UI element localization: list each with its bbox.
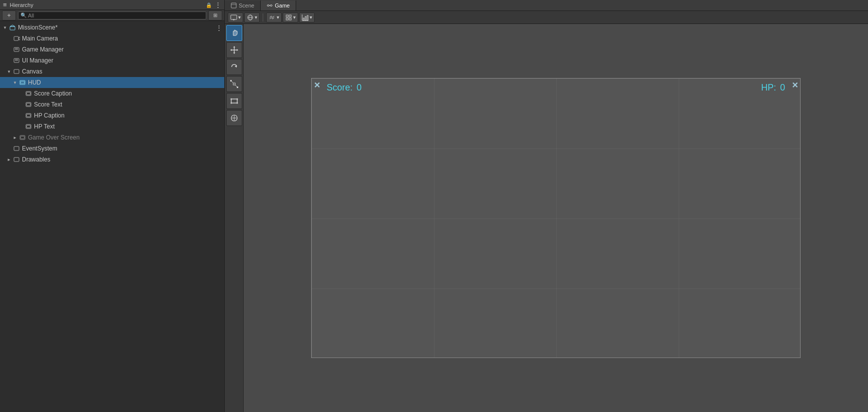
svg-marker-50	[237, 49, 238, 51]
viewport-area: ✕ ✕ Score: 0 HP: 0	[225, 24, 868, 412]
hierarchy-item-hud[interactable]: HUD	[0, 77, 224, 88]
scene-tab-label: Scene	[239, 2, 254, 8]
svg-point-27	[267, 5, 269, 6]
combined-tool-icon	[230, 114, 239, 122]
hierarchy-item-score-text[interactable]: Score Text	[0, 99, 224, 110]
svg-rect-39	[289, 18, 291, 20]
scale-tool-icon	[230, 80, 239, 88]
move-tool-icon	[230, 46, 239, 54]
svg-point-59	[236, 98, 238, 100]
stats-icon	[302, 14, 309, 21]
add-button[interactable]: +	[2, 10, 16, 20]
hierarchy-item-drawables[interactable]: Drawables	[0, 154, 224, 165]
event-system-label: EventSystem	[22, 145, 57, 152]
combined-tool-btn[interactable]	[226, 110, 242, 126]
layout-icon	[285, 14, 292, 21]
aspect-icon	[247, 14, 254, 21]
game-over-label: Game Over Screen	[28, 134, 79, 141]
scale-tool-btn[interactable]	[226, 76, 242, 92]
rotate-tool-btn[interactable]	[226, 59, 242, 75]
hierarchy-item-hp-text[interactable]: HP Text	[0, 121, 224, 132]
score-text-icon	[25, 101, 32, 108]
svg-rect-44	[307, 16, 308, 20]
filter-button[interactable]: ⊞	[208, 10, 222, 20]
scene-options-icon[interactable]	[216, 24, 222, 32]
hierarchy-item-game-over-screen[interactable]: Game Over Screen	[0, 132, 224, 143]
ui-manager-label: UI Manager	[22, 57, 53, 64]
rect-tool-icon	[230, 96, 239, 106]
svg-rect-24	[14, 158, 19, 162]
aspect-btn[interactable]: ▾	[244, 12, 260, 22]
toolbar-sep-1	[263, 14, 263, 22]
score-label: Score:	[327, 82, 353, 93]
hierarchy-header-icons	[206, 1, 221, 8]
search-placeholder: All	[28, 12, 34, 18]
hud-label: HUD	[28, 79, 41, 86]
hierarchy-item-game-manager[interactable]: Game Manager	[0, 44, 224, 55]
svg-point-58	[230, 98, 232, 100]
scene-expand-arrow[interactable]	[2, 24, 8, 30]
hierarchy-options-icon[interactable]	[215, 1, 221, 8]
hud-expand[interactable]	[12, 80, 18, 86]
hand-tool-btn[interactable]	[226, 25, 242, 41]
hud-score-display: Score: 0	[327, 82, 362, 93]
search-box[interactable]: 🔍 All	[18, 12, 206, 20]
svg-rect-43	[305, 16, 306, 20]
hp-value: 0	[780, 82, 785, 93]
hierarchy-item-canvas[interactable]: Canvas	[0, 66, 224, 77]
hp-text-label: HP Text	[34, 123, 55, 130]
svg-marker-1	[10, 25, 15, 26]
game-tab[interactable]: Game	[261, 0, 296, 10]
hierarchy-item-main-camera[interactable]: Main Camera	[0, 33, 224, 44]
stats-label: ▾	[310, 14, 312, 20]
game-over-icon	[19, 134, 26, 141]
display-icon	[230, 14, 237, 21]
rect-tool-btn[interactable]	[226, 93, 242, 109]
hierarchy-item-hp-caption[interactable]: HP Caption	[0, 110, 224, 121]
svg-rect-12	[21, 82, 24, 84]
scene-root[interactable]: MissionScene*	[0, 22, 224, 33]
view-tab-bar: Scene Game	[225, 0, 868, 11]
hand-tool-icon	[230, 28, 239, 38]
hierarchy-item-event-system[interactable]: EventSystem	[0, 143, 224, 154]
hierarchy-toolbar: + 🔍 All ⊞	[0, 10, 224, 21]
move-tool-btn[interactable]	[226, 42, 242, 58]
svg-rect-20	[27, 126, 30, 128]
svg-rect-14	[27, 92, 30, 95]
display-label: ▾	[238, 14, 241, 20]
gizmos-label: ▾	[277, 14, 279, 20]
svg-marker-49	[230, 49, 232, 51]
hierarchy-item-score-caption[interactable]: Score Caption	[0, 88, 224, 99]
canvas-label: Canvas	[22, 68, 42, 75]
layout-btn[interactable]: ▾	[283, 12, 298, 22]
score-caption-icon	[25, 90, 32, 97]
main-camera-label: Main Camera	[22, 35, 58, 42]
hp-caption-icon	[25, 112, 32, 119]
svg-marker-47	[233, 46, 235, 48]
ui-manager-icon	[13, 57, 20, 64]
game-manager-icon	[13, 46, 20, 53]
game-manager-label: Game Manager	[22, 46, 63, 53]
svg-rect-38	[286, 18, 288, 20]
hierarchy-menu-icon[interactable]	[3, 1, 7, 8]
gizmos-btn[interactable]: ▾	[266, 12, 282, 22]
svg-rect-2	[14, 36, 18, 40]
scene-tab[interactable]: Scene	[225, 0, 261, 10]
svg-rect-18	[27, 114, 30, 117]
svg-rect-56	[237, 86, 238, 88]
hierarchy-lock-icon[interactable]	[206, 2, 212, 8]
display-btn[interactable]: ▾	[228, 12, 243, 22]
game-viewport: ✕ ✕ Score: 0 HP: 0	[311, 78, 801, 358]
svg-point-28	[270, 5, 272, 6]
game-over-expand[interactable]	[12, 134, 18, 140]
drawables-expand[interactable]	[6, 156, 12, 162]
corner-arrow-tl: ✕	[314, 80, 320, 90]
gizmos-icon	[269, 14, 276, 21]
svg-rect-52	[233, 83, 235, 85]
stats-btn[interactable]: ▾	[299, 12, 315, 22]
event-system-icon	[13, 145, 20, 152]
svg-rect-23	[14, 146, 19, 150]
canvas-expand[interactable]	[6, 68, 12, 74]
svg-rect-0	[10, 26, 15, 30]
hierarchy-item-ui-manager[interactable]: UI Manager	[0, 55, 224, 66]
